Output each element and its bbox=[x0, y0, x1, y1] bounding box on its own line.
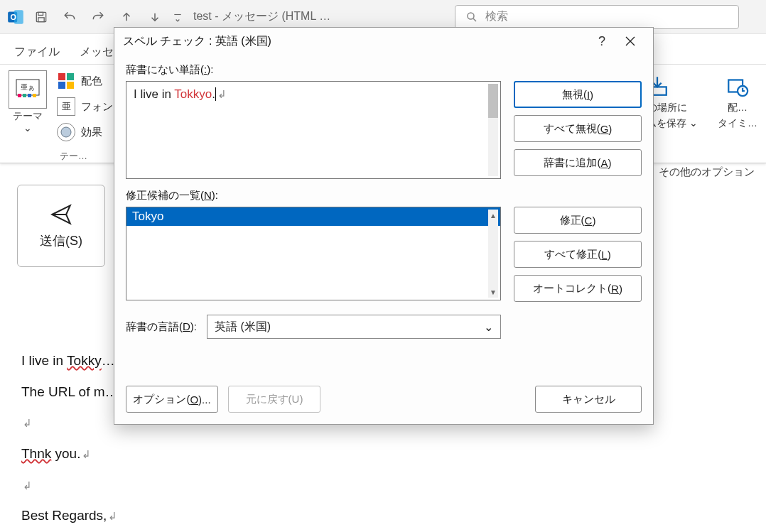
tab-file[interactable]: ファイル bbox=[14, 45, 60, 64]
svg-rect-5 bbox=[38, 17, 44, 21]
svg-rect-9 bbox=[18, 94, 21, 97]
language-select[interactable]: 英語 (米国) ⌄ bbox=[207, 315, 501, 339]
chevron-down-icon: ⌄ bbox=[484, 320, 493, 334]
cancel-button[interactable]: キャンセル bbox=[535, 386, 642, 413]
dialog-body: 辞書にない単語(:): I live in Tokkyo.↲ 無視(I) すべて… bbox=[114, 55, 653, 424]
fonts-icon: 亜 bbox=[57, 97, 75, 116]
up-icon[interactable] bbox=[114, 4, 139, 30]
svg-rect-14 bbox=[67, 73, 74, 80]
dialog-footer: オプション(O)... 元に戻す(U) キャンセル bbox=[126, 343, 642, 413]
change-buttons: 修正(C) すべて修正(L) オートコレクト(R) bbox=[514, 207, 642, 302]
svg-rect-16 bbox=[67, 82, 74, 89]
send-icon bbox=[49, 202, 73, 227]
timing-l2: タイミ… bbox=[718, 117, 757, 130]
search-placeholder: 検索 bbox=[485, 9, 508, 24]
svg-text:O: O bbox=[10, 13, 16, 21]
suggestions-listbox[interactable]: Tokyo ▲ ▼ bbox=[126, 207, 501, 300]
body-line-3: Thnk you.↲ bbox=[21, 438, 749, 469]
spellcheck-dialog: スペル チェック : 英語 (米国) ? 辞書にない単語(:): I live … bbox=[114, 27, 654, 425]
effects-icon bbox=[57, 123, 75, 141]
not-in-dict-label: 辞書にない単語(:): bbox=[126, 63, 501, 77]
more-options-label[interactable]: その他のオプション bbox=[659, 165, 755, 179]
theme-group: 亜ぁ テーマ⌄ bbox=[9, 70, 47, 163]
search-icon bbox=[465, 11, 478, 23]
timing-l1: 配… bbox=[728, 102, 748, 114]
send-label: 送信(S) bbox=[40, 232, 82, 249]
svg-rect-15 bbox=[58, 82, 65, 89]
clock-icon bbox=[725, 73, 750, 99]
svg-rect-4 bbox=[38, 12, 43, 15]
svg-rect-10 bbox=[23, 94, 26, 97]
scroll-up-icon[interactable]: ▲ bbox=[488, 210, 498, 221]
body-line-4: Best Regards,↲ bbox=[21, 500, 749, 531]
ignore-button[interactable]: 無視(I) bbox=[514, 81, 642, 108]
theme-button[interactable]: 亜ぁ bbox=[9, 70, 47, 109]
suggestion-item[interactable]: Tokyo bbox=[126, 207, 500, 226]
not-in-dict-textbox[interactable]: I live in Tokkyo.↲ bbox=[126, 81, 501, 179]
listbox-scrollbar[interactable]: ▲ ▼ bbox=[488, 210, 498, 298]
window-title: test - メッセージ (HTML … bbox=[193, 9, 330, 24]
svg-text:亜ぁ: 亜ぁ bbox=[21, 83, 35, 91]
send-button[interactable]: 送信(S) bbox=[17, 185, 105, 267]
undo-button[interactable]: 元に戻す(U) bbox=[228, 386, 320, 413]
colors-icon bbox=[57, 72, 75, 90]
save-icon[interactable] bbox=[28, 4, 54, 30]
svg-point-17 bbox=[61, 127, 71, 137]
add-to-dict-button[interactable]: 辞書に追加(A) bbox=[514, 149, 642, 176]
theme-label: テーマ⌄ bbox=[13, 110, 43, 134]
change-button[interactable]: 修正(C) bbox=[514, 207, 642, 234]
dialog-title: スペル チェック : 英語 (米国) bbox=[123, 34, 271, 49]
suggestions-label: 修正候補の一覧(N): bbox=[126, 189, 501, 202]
search-box[interactable]: 検索 bbox=[455, 5, 739, 29]
undo-icon[interactable] bbox=[57, 4, 82, 30]
language-label: 辞書の言語(D): bbox=[126, 320, 197, 334]
options-button[interactable]: オプション(O)... bbox=[126, 386, 218, 413]
redo-icon[interactable] bbox=[85, 4, 111, 30]
change-all-button[interactable]: すべて修正(L) bbox=[514, 241, 642, 268]
language-row: 辞書の言語(D): 英語 (米国) ⌄ bbox=[126, 315, 501, 339]
autocorrect-button[interactable]: オートコレクト(R) bbox=[514, 275, 642, 302]
ignore-all-button[interactable]: すべて無視(G) bbox=[514, 115, 642, 142]
body-line-blank2: ↲ bbox=[21, 469, 749, 501]
ignore-buttons: 無視(I) すべて無視(G) 辞書に追加(A) bbox=[514, 81, 642, 179]
outlook-icon: O bbox=[6, 7, 26, 27]
language-value: 英語 (米国) bbox=[215, 320, 271, 335]
dialog-titlebar: スペル チェック : 英語 (米国) ? bbox=[114, 28, 653, 55]
svg-point-6 bbox=[468, 13, 474, 19]
help-button[interactable]: ? bbox=[588, 28, 616, 55]
scroll-down-icon[interactable]: ▼ bbox=[488, 286, 498, 298]
textbox-scrollbar[interactable] bbox=[488, 84, 498, 176]
svg-rect-13 bbox=[58, 73, 65, 80]
dropdown-icon[interactable] bbox=[171, 4, 185, 30]
down-icon[interactable] bbox=[142, 4, 168, 30]
delay-delivery-button[interactable]: 配… タイミ… bbox=[718, 73, 757, 130]
close-button[interactable] bbox=[616, 28, 644, 55]
svg-rect-11 bbox=[28, 94, 31, 97]
svg-rect-12 bbox=[33, 94, 36, 97]
